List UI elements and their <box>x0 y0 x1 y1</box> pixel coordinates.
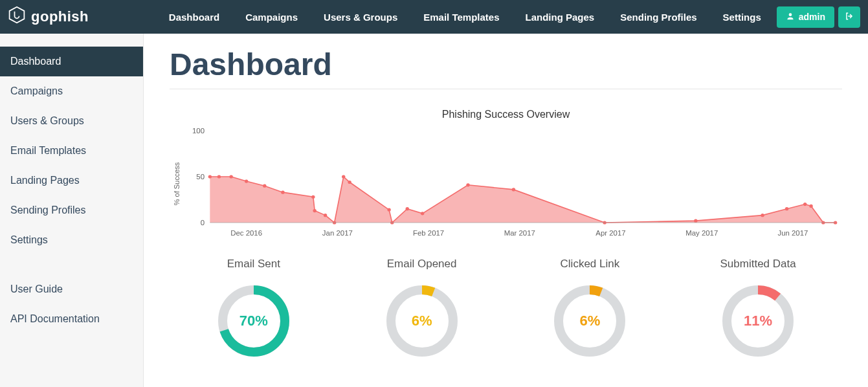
svg-text:Feb 2017: Feb 2017 <box>413 229 444 237</box>
svg-point-7 <box>217 175 221 178</box>
donut-value: 6% <box>553 285 626 357</box>
donut-clicked-link: Clicked Link 6% <box>518 258 661 357</box>
donut-label: Submitted Data <box>687 258 829 271</box>
donut-label: Clicked Link <box>518 258 661 271</box>
chart-title: Phishing Success Overview <box>170 109 842 120</box>
svg-point-20 <box>406 207 409 210</box>
svg-point-23 <box>512 188 515 191</box>
svg-text:Apr 2017: Apr 2017 <box>595 229 625 237</box>
donut-chart: 6% <box>386 285 458 357</box>
user-icon <box>786 12 795 23</box>
donut-chart: 6% <box>553 285 626 357</box>
nav-item-campaigns[interactable]: Campaigns <box>235 1 308 33</box>
svg-point-13 <box>313 209 316 212</box>
svg-point-28 <box>803 203 807 206</box>
svg-point-18 <box>387 208 390 212</box>
nav-item-landing-pages[interactable]: Landing Pages <box>515 1 605 33</box>
donut-value: 70% <box>217 285 290 357</box>
sign-out-icon <box>845 13 854 23</box>
top-navbar: gophish Dashboard Campaigns Users & Grou… <box>0 0 868 34</box>
nav-item-sending-profiles[interactable]: Sending Profiles <box>610 1 707 33</box>
donut-row: Email Sent 70% Email Opened 6% Clicked L… <box>170 258 842 357</box>
svg-text:100: 100 <box>192 127 205 135</box>
nav-item-dashboard[interactable]: Dashboard <box>159 1 230 33</box>
svg-text:May 2017: May 2017 <box>685 229 718 237</box>
admin-label: admin <box>799 12 825 22</box>
donut-label: Email Sent <box>183 258 325 271</box>
donut-submitted-data: Submitted Data 11% <box>687 258 829 357</box>
nav-item-email-templates[interactable]: Email Templates <box>413 1 509 33</box>
sidebar-item-sending-profiles[interactable]: Sending Profiles <box>0 195 143 225</box>
donut-value: 6% <box>386 285 458 357</box>
nav-item-settings[interactable]: Settings <box>713 1 772 33</box>
svg-point-21 <box>421 212 424 215</box>
page-title: Dashboard <box>170 47 842 89</box>
sidebar: Dashboard Campaigns Users & Groups Email… <box>0 34 144 387</box>
donut-email-sent: Email Sent 70% <box>183 258 325 357</box>
svg-point-1 <box>788 13 792 16</box>
donut-chart: 11% <box>722 285 794 357</box>
sidebar-item-api-docs[interactable]: API Documentation <box>0 304 143 334</box>
svg-text:Jun 2017: Jun 2017 <box>777 229 808 237</box>
svg-point-9 <box>245 180 248 183</box>
sidebar-item-user-guide[interactable]: User Guide <box>0 274 143 304</box>
svg-text:50: 50 <box>196 173 205 181</box>
brand[interactable]: gophish <box>8 6 89 28</box>
svg-point-22 <box>466 183 469 186</box>
svg-point-8 <box>229 175 232 178</box>
donut-value: 11% <box>722 285 794 357</box>
svg-text:0: 0 <box>201 219 205 227</box>
svg-text:% of Success: % of Success <box>172 162 180 205</box>
svg-point-12 <box>311 195 315 199</box>
donut-chart: 70% <box>217 285 290 357</box>
sidebar-item-settings[interactable]: Settings <box>0 225 143 255</box>
sidebar-item-users-groups[interactable]: Users & Groups <box>0 106 143 136</box>
brand-hex-icon <box>8 6 26 28</box>
svg-text:Jan 2017: Jan 2017 <box>322 229 353 237</box>
svg-text:Mar 2017: Mar 2017 <box>504 229 535 237</box>
sidebar-item-landing-pages[interactable]: Landing Pages <box>0 166 143 195</box>
nav-item-users-groups[interactable]: Users & Groups <box>313 1 408 33</box>
svg-text:Dec 2016: Dec 2016 <box>230 229 262 237</box>
svg-point-25 <box>694 219 697 223</box>
brand-text: gophish <box>31 8 89 25</box>
svg-point-14 <box>324 214 327 217</box>
svg-point-26 <box>761 214 764 217</box>
svg-point-17 <box>348 181 351 184</box>
svg-point-10 <box>263 184 266 188</box>
admin-button[interactable]: admin <box>777 6 834 28</box>
sidebar-item-email-templates[interactable]: Email Templates <box>0 136 143 166</box>
svg-point-16 <box>342 175 345 178</box>
sidebar-item-campaigns[interactable]: Campaigns <box>0 76 143 106</box>
donut-label: Email Opened <box>351 258 493 271</box>
logout-button[interactable] <box>838 6 860 28</box>
svg-marker-0 <box>10 7 25 23</box>
donut-email-opened: Email Opened 6% <box>351 258 493 357</box>
svg-point-11 <box>281 191 284 194</box>
svg-point-29 <box>809 205 812 208</box>
sidebar-item-dashboard[interactable]: Dashboard <box>0 47 143 76</box>
area-chart-svg: 050100% of SuccessDec 2016Jan 2017Feb 20… <box>170 126 842 242</box>
svg-point-6 <box>208 175 212 178</box>
svg-point-27 <box>785 207 788 210</box>
nav-links: Dashboard Campaigns Users & Groups Email… <box>159 1 772 33</box>
main-content: Dashboard Phishing Success Overview 0501… <box>144 34 868 387</box>
phishing-overview-chart: Phishing Success Overview 050100% of Suc… <box>170 109 842 245</box>
